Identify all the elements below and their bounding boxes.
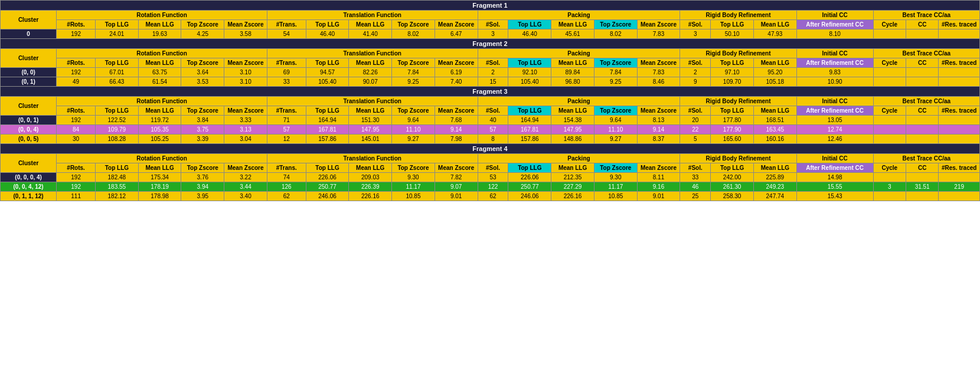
f4-packing-header: Packing xyxy=(478,154,680,163)
t-topLLG-h: Top LLG xyxy=(306,20,349,29)
packing-header: Packing xyxy=(478,11,680,20)
f3-rotfunc-header: Rotation Function xyxy=(57,97,267,106)
meanLLG-h: Mean LLG xyxy=(138,20,181,29)
fragment4-header: Fragment 4 xyxy=(1,144,980,154)
t-topZ-h: Top Zscore xyxy=(392,20,435,29)
sol-h: #Sol. xyxy=(478,20,508,29)
f3-initialcc-header: Initial CC xyxy=(796,97,873,106)
fragment2-title: Fragment 2 xyxy=(1,39,980,49)
f2-row-1: (0, 1) 49 66.43 61.54 3.53 3.10 33 105.4… xyxy=(1,77,980,87)
fragment4-sub-headers: #Rots. Top LLG Mean LLG Top Zscore Mean … xyxy=(1,163,980,173)
f3-transfunc-header: Translation Function xyxy=(267,97,478,106)
p-topLLG-h: Top LLG xyxy=(508,20,551,29)
res-h: #Res. traced xyxy=(939,20,980,29)
f3-packing-header: Packing xyxy=(478,97,680,106)
after-cc-h: After Refinement CC xyxy=(796,20,873,29)
f3-cluster-header: Cluster xyxy=(1,97,57,116)
cycle-h: Cycle xyxy=(873,20,906,29)
f1-cluster-0: 0 xyxy=(1,29,57,39)
main-table: Fragment 1 Cluster Rotation Function Tra… xyxy=(0,0,980,201)
cluster-header: Cluster xyxy=(1,11,57,29)
f3-row-0: (0, 0, 1) 192 122.52 119.72 3.84 3.33 71… xyxy=(1,116,980,125)
f3-besttrace-header: Best Trace CC/aa xyxy=(873,97,979,106)
fragment2-col-headers: Cluster Rotation Function Translation Fu… xyxy=(1,49,980,58)
f4-transfunc-header: Translation Function xyxy=(267,154,478,163)
f4-row-2: (0, 1, 1, 12) 111 182.12 178.98 3.95 3.4… xyxy=(1,192,980,201)
f2-cluster-header: Cluster xyxy=(1,49,57,68)
f3-row-1: (0, 0, 4) 84 109.79 105.35 3.75 3.13 57 … xyxy=(1,125,980,134)
f2-besttrace-header: Best Trace CC/aa xyxy=(873,49,979,58)
fragment4-title: Fragment 4 xyxy=(1,144,980,154)
fragment3-sub-headers: #Rots. Top LLG Mean LLG Top Zscore Mean … xyxy=(1,106,980,116)
toplLG-h: Top LLG xyxy=(96,20,139,29)
f4-rotfunc-header: Rotation Function xyxy=(57,154,267,163)
fragment3-col-headers: Cluster Rotation Function Translation Fu… xyxy=(1,97,980,106)
rotfunc-header: Rotation Function xyxy=(57,11,267,20)
fragment3-title: Fragment 3 xyxy=(1,87,980,97)
p-meanLLG-h: Mean LLG xyxy=(551,20,594,29)
rigidbody-header: Rigid Body Refinement xyxy=(680,11,796,20)
fragment1-sub-headers: #Rots. Top LLG Mean LLG Top Zscore Mean … xyxy=(1,20,980,29)
f4-row-1: (0, 0, 4, 12) 192 183.55 178.19 3.94 3.4… xyxy=(1,182,980,192)
p-meanZ-h: Mean Zscore xyxy=(637,20,680,29)
initialcc-header: Initial CC xyxy=(796,11,873,20)
fragment3-header: Fragment 3 xyxy=(1,87,980,97)
r-meanLLG-h: Mean LLG xyxy=(754,20,797,29)
f4-rigidbody-header: Rigid Body Refinement xyxy=(680,154,796,163)
fragment1-title: Fragment 1 xyxy=(1,1,980,11)
fragment1-col-headers: Cluster Rotation Function Translation Fu… xyxy=(1,11,980,20)
rots-h: #Rots. xyxy=(57,20,96,29)
f2-row-0: (0, 0) 192 67.01 63.75 3.64 3.10 69 94.5… xyxy=(1,68,980,77)
fragment2-sub-headers: #Rots. Top LLG Mean LLG Top Zscore Mean … xyxy=(1,58,980,68)
f4-besttrace-header: Best Trace CC/aa xyxy=(873,154,979,163)
transfunc-header: Translation Function xyxy=(267,11,478,20)
f2-packing-header: Packing xyxy=(478,49,680,58)
f4-cluster-header: Cluster xyxy=(1,154,57,173)
f2-rigidbody-header: Rigid Body Refinement xyxy=(680,49,796,58)
f2-rotfunc-header: Rotation Function xyxy=(57,49,267,58)
topZ-h: Top Zscore xyxy=(181,20,224,29)
p-topZ-h: Top Zscore xyxy=(594,20,637,29)
t-meanLLG-h: Mean LLG xyxy=(349,20,392,29)
f4-row-0: (0, 0, 0, 4) 192 182.48 175.34 3.76 3.22… xyxy=(1,173,980,182)
f4-initialcc-header: Initial CC xyxy=(796,154,873,163)
trans-h: #Trans. xyxy=(267,20,306,29)
fragment2-header: Fragment 2 xyxy=(1,39,980,49)
cc-h: CC xyxy=(906,20,938,29)
f3-row-2: (0, 0, 5) 30 108.28 105.25 3.39 3.04 12 … xyxy=(1,134,980,144)
f2-initialcc-header: Initial CC xyxy=(796,49,873,58)
fragment4-col-headers: Cluster Rotation Function Translation Fu… xyxy=(1,154,980,163)
besttrace-header: Best Trace CC/aa xyxy=(873,11,979,20)
meanZ-h: Mean Zscore xyxy=(224,20,267,29)
f3-rigidbody-header: Rigid Body Refinement xyxy=(680,97,796,106)
r-topLLG-h: Top LLG xyxy=(711,20,754,29)
t-meanZ-h: Mean Zscore xyxy=(435,20,478,29)
r-sol-h: #Sol. xyxy=(680,20,711,29)
fragment1-header: Fragment 1 xyxy=(1,1,980,11)
f2-transfunc-header: Translation Function xyxy=(267,49,478,58)
f1-row-0: 0 192 24.01 19.63 4.25 3.58 54 46.40 41.… xyxy=(1,29,980,39)
